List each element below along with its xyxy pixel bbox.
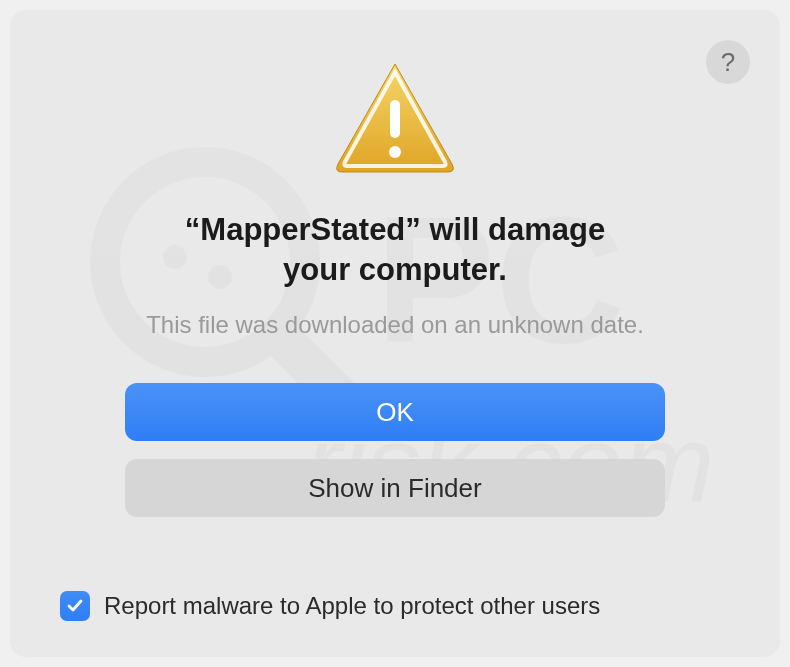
svg-point-7 <box>389 146 401 158</box>
checkmark-icon <box>65 596 85 616</box>
title-line-2: your computer. <box>283 252 507 287</box>
show-in-finder-button[interactable]: Show in Finder <box>125 459 665 517</box>
svg-rect-6 <box>390 100 400 138</box>
dialog-title: “MapperStated” will damage your computer… <box>185 210 605 289</box>
button-stack: OK Show in Finder <box>125 383 665 517</box>
svg-point-1 <box>163 245 187 269</box>
report-malware-label: Report malware to Apple to protect other… <box>104 592 600 620</box>
report-malware-row: Report malware to Apple to protect other… <box>60 591 600 621</box>
warning-triangle-icon <box>330 58 460 182</box>
help-button[interactable]: ? <box>706 40 750 84</box>
help-icon: ? <box>721 47 735 78</box>
ok-button[interactable]: OK <box>125 383 665 441</box>
malware-warning-dialog: PC risk.com ? “MapperStated” will damage… <box>10 10 780 657</box>
report-malware-checkbox[interactable] <box>60 591 90 621</box>
dialog-subtitle: This file was downloaded on an unknown d… <box>146 311 644 339</box>
title-line-1: “MapperStated” will damage <box>185 212 605 247</box>
